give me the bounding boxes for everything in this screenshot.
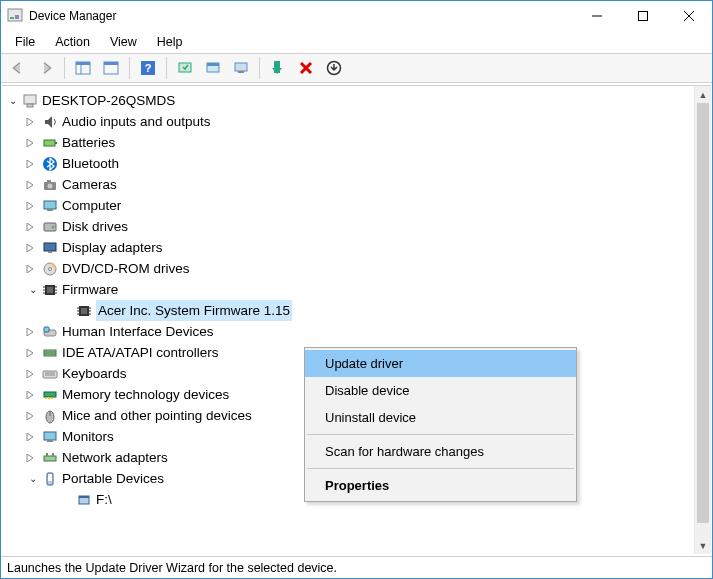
minimize-button[interactable] [574,1,620,31]
expand-icon[interactable] [26,181,40,189]
menu-help[interactable]: Help [147,33,193,51]
expand-icon[interactable] [26,265,40,273]
expand-icon[interactable] [26,160,40,168]
context-menu-item[interactable]: Update driver [305,350,576,377]
svg-rect-14 [179,63,191,72]
dvd-icon [41,260,59,278]
svg-rect-29 [44,201,56,209]
bluetooth-icon [41,155,59,173]
expand-icon[interactable] [26,223,40,231]
svg-rect-17 [235,63,247,71]
tree-category[interactable]: DVD/CD-ROM drives [4,258,692,279]
expand-icon[interactable] [26,412,40,420]
back-button[interactable] [5,56,31,80]
firmware-icon [41,281,59,299]
update-driver-button[interactable] [321,56,347,80]
vertical-scrollbar[interactable]: ▲ ▼ [694,86,711,554]
tree-category[interactable]: Computer [4,195,692,216]
scan-hardware-button[interactable] [172,56,198,80]
menu-view[interactable]: View [100,33,147,51]
svg-rect-23 [44,140,55,146]
tree-item-label: Cameras [62,174,117,195]
scroll-down-button[interactable]: ▼ [695,537,711,554]
window-title: Device Manager [29,9,574,23]
svg-rect-33 [44,243,56,251]
expand-icon[interactable] [26,454,40,462]
svg-rect-21 [24,95,36,104]
context-menu-item[interactable]: Disable device [305,377,576,404]
keyboard-icon [41,365,59,383]
tree-item-label: Disk drives [62,216,128,237]
context-menu-item[interactable]: Scan for hardware changes [305,438,576,465]
context-menu-item[interactable]: Properties [305,472,576,499]
computer-icon [41,197,59,215]
maximize-button[interactable] [620,1,666,31]
properties-button[interactable] [98,56,124,80]
tree-item-label: Network adapters [62,447,168,468]
tree-device[interactable]: Acer Inc. System Firmware 1.15 [4,300,692,321]
expand-icon[interactable] [26,244,40,252]
battery-icon [41,134,59,152]
context-menu-separator [307,468,574,469]
tree-item-label: Bluetooth [62,153,119,174]
expand-icon[interactable] [26,118,40,126]
svg-rect-63 [48,397,50,399]
tree-item-label: Batteries [62,132,115,153]
tree-item-label: Mice and other pointing devices [62,405,252,426]
context-menu-separator [307,434,574,435]
svg-rect-38 [47,287,53,293]
devices-view-button[interactable] [228,56,254,80]
expand-icon[interactable] [26,370,40,378]
svg-rect-2 [15,15,19,19]
expand-icon[interactable] [26,433,40,441]
scroll-thumb[interactable] [697,103,709,523]
svg-rect-11 [104,62,118,65]
tree-category[interactable]: Audio inputs and outputs [4,111,692,132]
tree-category[interactable]: Bluetooth [4,153,692,174]
uninstall-button[interactable] [293,56,319,80]
expand-icon[interactable] [26,202,40,210]
forward-button[interactable] [33,56,59,80]
svg-point-32 [52,225,55,228]
collapse-icon[interactable]: ⌄ [26,468,40,489]
show-hidden-button[interactable] [200,56,226,80]
menu-file[interactable]: File [5,33,45,51]
svg-rect-62 [45,397,47,399]
show-hide-tree-button[interactable] [70,56,96,80]
enable-device-button[interactable] [265,56,291,80]
svg-rect-64 [51,397,53,399]
tree-root[interactable]: ⌄DESKTOP-26QSMDS [4,90,692,111]
svg-text:?: ? [145,62,152,74]
tree-category[interactable]: Display adapters [4,237,692,258]
scroll-up-button[interactable]: ▲ [695,86,711,103]
toolbar: ? [1,53,712,83]
expand-icon[interactable] [26,391,40,399]
svg-rect-30 [47,209,53,211]
portable-icon [41,470,59,488]
tree-category[interactable]: Cameras [4,174,692,195]
help-button[interactable]: ? [135,56,161,80]
collapse-icon[interactable]: ⌄ [6,90,20,111]
tree-item-label: Memory technology devices [62,384,229,405]
camera-icon [41,176,59,194]
expand-icon[interactable] [26,328,40,336]
collapse-icon[interactable]: ⌄ [26,279,40,300]
tree-category[interactable]: Disk drives [4,216,692,237]
monitor-icon [41,428,59,446]
svg-rect-4 [639,12,648,21]
expand-icon[interactable] [26,139,40,147]
tree-category[interactable]: Human Interface Devices [4,321,692,342]
expand-icon[interactable] [26,349,40,357]
tree-item-label: Firmware [62,279,118,300]
svg-rect-75 [48,474,52,481]
close-button[interactable] [666,1,712,31]
context-menu-item[interactable]: Uninstall device [305,404,576,431]
tree-category[interactable]: ⌄Firmware [4,279,692,300]
tree-category[interactable]: Batteries [4,132,692,153]
tree-item-label: Display adapters [62,237,163,258]
menu-action[interactable]: Action [45,33,100,51]
svg-rect-28 [47,180,51,182]
tree-item-label: Human Interface Devices [62,321,214,342]
network-icon [41,449,59,467]
tree-item-label: Computer [62,195,121,216]
